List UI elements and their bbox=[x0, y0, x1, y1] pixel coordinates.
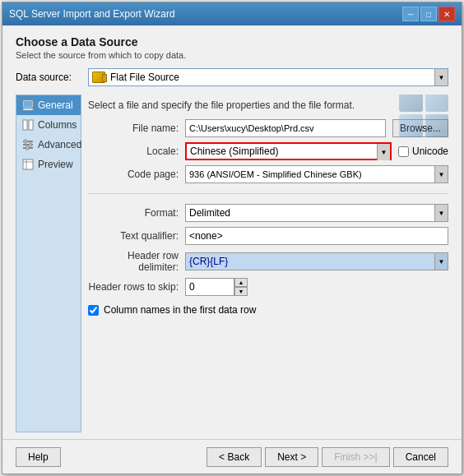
help-button[interactable]: Help bbox=[16, 447, 61, 467]
unicode-label: Unicode bbox=[412, 146, 448, 157]
file-name-input[interactable]: C:\Users\xucy\Desktop\Prd.csv bbox=[185, 119, 386, 137]
unicode-checkbox[interactable] bbox=[398, 146, 409, 157]
svg-rect-1 bbox=[24, 101, 32, 107]
description-text: Select a file and specify the file prope… bbox=[88, 99, 448, 111]
watermark-icon bbox=[399, 95, 448, 137]
sidebar-item-advanced-label: Advanced bbox=[38, 139, 81, 150]
header-rows-skip-spinner: 0 ▲ ▼ bbox=[185, 278, 248, 296]
svg-rect-3 bbox=[23, 120, 27, 130]
datasource-value: Flat File Source bbox=[110, 72, 179, 83]
header-row-delim-row: Header row delimiter: {CR}{LF} ▼ bbox=[88, 250, 448, 273]
separator-1 bbox=[88, 193, 448, 194]
minimize-button[interactable]: ─ bbox=[402, 7, 419, 21]
locale-dropdown-arrow[interactable]: ▼ bbox=[377, 144, 390, 160]
sidebar-item-preview-label: Preview bbox=[38, 159, 73, 170]
format-value: Delimited bbox=[189, 207, 230, 219]
spinner-up-button[interactable]: ▲ bbox=[234, 278, 248, 287]
column-names-checkbox[interactable] bbox=[88, 305, 99, 316]
column-names-label: Column names in the first data row bbox=[104, 304, 256, 316]
page-subtitle: Select the source from which to copy dat… bbox=[16, 50, 448, 60]
sidebar-item-preview[interactable]: Preview bbox=[16, 155, 81, 174]
header-row-delim-value: {CR}{LF} bbox=[189, 256, 228, 267]
next-button[interactable]: Next > bbox=[265, 447, 318, 467]
locale-row: Locale: Chinese (Simplified) ▼ Unicode bbox=[88, 142, 448, 160]
datasource-dropdown-arrow[interactable]: ▼ bbox=[434, 69, 448, 85]
main-panel: General Columns bbox=[16, 95, 448, 432]
format-dropdown-arrow[interactable]: ▼ bbox=[434, 205, 448, 221]
spinner-buttons: ▲ ▼ bbox=[234, 278, 248, 296]
header-rows-skip-input[interactable]: 0 bbox=[185, 278, 234, 296]
datasource-select-inner: Flat File Source bbox=[92, 72, 434, 83]
header-row-delim-select[interactable]: {CR}{LF} ▼ bbox=[185, 252, 448, 270]
svg-rect-4 bbox=[29, 120, 33, 130]
unicode-checkbox-row: Unicode bbox=[398, 146, 448, 157]
text-qualifier-input[interactable]: <none> bbox=[185, 227, 448, 245]
datasource-select[interactable]: Flat File Source ▼ bbox=[88, 68, 448, 86]
sidebar-item-columns-label: Columns bbox=[38, 119, 77, 131]
header-row-delim-label: Header row delimiter: bbox=[88, 250, 179, 273]
window-title: SQL Server Import and Export Wizard bbox=[9, 8, 175, 20]
locale-label: Locale: bbox=[88, 146, 179, 157]
footer-right: < Back Next > Finish >>| Cancel bbox=[206, 447, 448, 467]
locale-select[interactable]: Chinese (Simplified) ▼ bbox=[185, 142, 392, 160]
header-rows-skip-row: Header rows to skip: 0 ▲ ▼ bbox=[88, 278, 448, 296]
sidebar-item-columns[interactable]: Columns bbox=[16, 115, 81, 135]
finish-button[interactable]: Finish >>| bbox=[322, 447, 389, 467]
svg-rect-11 bbox=[23, 159, 33, 169]
close-button[interactable]: ✕ bbox=[438, 7, 455, 21]
locale-value: Chinese (Simplified) bbox=[190, 146, 278, 157]
format-label: Format: bbox=[88, 207, 179, 219]
sidebar-item-general-label: General bbox=[38, 99, 73, 111]
datasource-row: Data source: Flat File Source ▼ bbox=[16, 68, 448, 86]
file-name-label: File name: bbox=[88, 122, 179, 134]
cancel-button[interactable]: Cancel bbox=[393, 447, 448, 467]
svg-rect-8 bbox=[25, 140, 26, 143]
flat-file-icon bbox=[92, 72, 105, 83]
header-rows-skip-value: 0 bbox=[189, 281, 195, 293]
codepage-row: Code page: 936 (ANSI/OEM - Simplified Ch… bbox=[88, 165, 448, 183]
svg-rect-10 bbox=[26, 146, 28, 150]
header-row-delim-arrow[interactable]: ▼ bbox=[434, 253, 448, 270]
title-bar: SQL Server Import and Export Wizard ─ □ … bbox=[2, 2, 462, 25]
codepage-select[interactable]: 936 (ANSI/OEM - Simplified Chinese GBK) … bbox=[185, 165, 448, 183]
general-icon bbox=[21, 99, 35, 112]
page-title: Choose a Data Source bbox=[16, 35, 448, 49]
file-name-value: C:\Users\xucy\Desktop\Prd.csv bbox=[189, 123, 314, 133]
title-bar-buttons: ─ □ ✕ bbox=[402, 7, 455, 21]
file-name-row: File name: C:\Users\xucy\Desktop\Prd.csv… bbox=[88, 119, 448, 137]
spinner-down-button[interactable]: ▼ bbox=[234, 287, 248, 296]
footer: Help < Back Next > Finish >>| Cancel bbox=[2, 439, 462, 474]
advanced-icon bbox=[21, 138, 35, 151]
preview-icon bbox=[21, 158, 35, 171]
svg-rect-2 bbox=[23, 109, 33, 110]
right-panel: Select a file and specify the file prope… bbox=[88, 95, 448, 432]
format-select[interactable]: Delimited ▼ bbox=[185, 204, 448, 222]
sidebar: General Columns bbox=[16, 95, 81, 432]
maximize-button[interactable]: □ bbox=[420, 7, 437, 21]
format-row: Format: Delimited ▼ bbox=[88, 204, 448, 222]
text-qualifier-label: Text qualifier: bbox=[88, 230, 179, 242]
codepage-dropdown-arrow[interactable]: ▼ bbox=[434, 166, 448, 183]
columns-icon bbox=[21, 118, 35, 132]
text-qualifier-row: Text qualifier: <none> bbox=[88, 227, 448, 245]
text-qualifier-value: <none> bbox=[189, 230, 223, 242]
codepage-value: 936 (ANSI/OEM - Simplified Chinese GBK) bbox=[189, 169, 362, 179]
svg-rect-9 bbox=[30, 143, 31, 146]
back-button[interactable]: < Back bbox=[206, 447, 262, 467]
content-area: Choose a Data Source Select the source f… bbox=[2, 25, 462, 439]
codepage-label: Code page: bbox=[88, 169, 179, 180]
header-rows-skip-label: Header rows to skip: bbox=[88, 281, 179, 293]
datasource-label: Data source: bbox=[16, 72, 81, 83]
main-window: SQL Server Import and Export Wizard ─ □ … bbox=[2, 2, 462, 474]
column-names-row: Column names in the first data row bbox=[88, 304, 448, 316]
sidebar-item-advanced[interactable]: Advanced bbox=[16, 135, 81, 155]
sidebar-item-general[interactable]: General bbox=[16, 95, 81, 115]
